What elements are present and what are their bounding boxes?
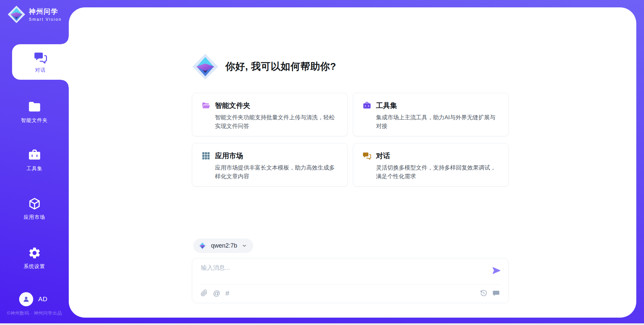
card-header: 智能文件夹 [202, 101, 339, 110]
model-logo-icon [198, 242, 207, 250]
active-tab-curve-top [61, 37, 69, 44]
folder-icon [28, 100, 41, 114]
grid-icon [202, 151, 210, 160]
composer-actions [480, 289, 500, 297]
user-avatar[interactable]: AD [19, 292, 47, 306]
sidebar-footer: ©神州数码 · 神州问学出品 [0, 310, 69, 316]
briefcase-icon [363, 101, 371, 110]
folder-open-icon [202, 101, 210, 110]
avatar [19, 292, 33, 306]
composer-divider [200, 284, 500, 285]
card-smart-folder[interactable]: 智能文件夹智能文件夹功能支持批量文件上传与清洗，轻松实现文件问答 [192, 93, 348, 136]
feature-cards: 智能文件夹智能文件夹功能支持批量文件上传与清洗，轻松实现文件问答工具集集成市场上… [192, 93, 509, 187]
card-app-market[interactable]: 应用市场应用市场提供丰富长文本模板，助力高效生成多样化文章内容 [192, 143, 348, 187]
sidebar-item-toolset[interactable]: 工具集 [0, 148, 69, 172]
card-toolset[interactable]: 工具集集成市场上主流工具，助力AI与外界无缝扩展与对接 [353, 93, 509, 136]
card-header: 对话 [363, 151, 500, 160]
send-icon[interactable] [491, 266, 501, 275]
screen-bottom-strip [0, 323, 644, 325]
brand-subtitle: Smart Vision [29, 17, 62, 22]
card-header: 应用市场 [202, 151, 339, 160]
message-input[interactable] [200, 263, 487, 283]
mention-icon[interactable]: @ [213, 289, 220, 297]
card-header: 工具集 [363, 101, 500, 110]
chat-icon [34, 51, 47, 64]
sidebar-item-app-market[interactable]: 应用市场 [0, 197, 69, 220]
brand: 神州问学 Smart Vision [7, 5, 62, 23]
user-initials: AD [38, 296, 47, 303]
active-tab-curve-bottom [61, 80, 69, 87]
attachment-icon[interactable] [201, 289, 208, 297]
history-icon[interactable] [480, 289, 487, 297]
model-name: qwen2:7b [211, 242, 237, 249]
model-selector[interactable]: qwen2:7b [193, 239, 253, 253]
sidebar-item-settings[interactable]: 系统设置 [0, 246, 69, 270]
composer: @# [192, 258, 509, 303]
composer-tools: @# [201, 289, 232, 297]
gear-icon [28, 246, 41, 260]
person-icon [22, 295, 30, 303]
chevron-down-icon [241, 243, 247, 249]
greeting-title: 你好, 我可以如何帮助你? [225, 60, 336, 73]
brand-diamond-icon [7, 5, 25, 23]
sidebar-item-smart-folder[interactable]: 智能文件夹 [0, 100, 69, 124]
brand-diamond-icon [192, 53, 219, 80]
sidebar-item-chat[interactable]: 对话 [12, 44, 69, 80]
brand-name: 神州问学 [29, 7, 62, 16]
quick-phrase-icon[interactable] [492, 289, 500, 297]
sidebar: 神州问学 Smart Vision 对话智能文件夹工具集应用市场系统设置 AD … [0, 0, 69, 323]
chat-icon [363, 151, 371, 160]
card-chat[interactable]: 对话灵活切换多模型文件，支持多样回复效果调试，满足个性化需求 [353, 143, 509, 187]
topic-icon[interactable]: # [225, 289, 232, 297]
main-panel: 你好, 我可以如何帮助你? 智能文件夹智能文件夹功能支持批量文件上传与清洗，轻松… [69, 7, 636, 318]
briefcase-icon [28, 148, 41, 162]
greeting-block: 你好, 我可以如何帮助你? [192, 53, 336, 80]
cube-icon [28, 197, 41, 210]
